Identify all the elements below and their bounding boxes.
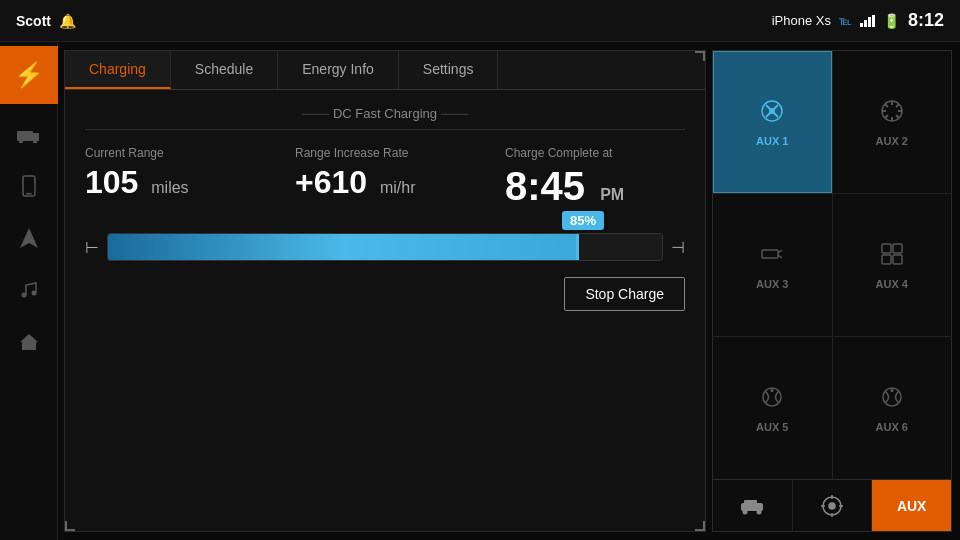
sidebar-icon-active[interactable]: ⚡ <box>0 46 58 104</box>
stop-charge-button[interactable]: Stop Charge <box>564 277 685 311</box>
bottom-nav-target[interactable] <box>793 480 872 531</box>
progress-bar <box>107 233 663 261</box>
svg-point-34 <box>743 509 748 514</box>
aux-6-label: AUX 6 <box>876 421 908 433</box>
svg-rect-21 <box>762 250 778 258</box>
sidebar-icon-home[interactable] <box>3 318 55 366</box>
stat-current-range-label: Current Range <box>85 146 265 160</box>
sidebar-icon-truck[interactable] <box>3 110 55 158</box>
svg-point-6 <box>21 293 26 298</box>
aux-cell-6[interactable]: AUX 6 <box>833 337 952 479</box>
stat-charge-complete: Charge Complete at 8:45 PM <box>505 146 685 209</box>
bell-icon: 🔔 <box>59 13 76 29</box>
bottom-nav: AUX <box>713 479 951 531</box>
svg-point-35 <box>757 509 762 514</box>
tab-schedule[interactable]: Schedule <box>171 51 278 89</box>
aux-6-icon <box>878 383 906 417</box>
svg-rect-24 <box>882 244 891 253</box>
progress-bar-fill <box>108 234 579 260</box>
status-left: Scott 🔔 <box>16 13 76 29</box>
tab-charging[interactable]: Charging <box>65 51 171 89</box>
progress-section: 85% ⊢ ⊣ <box>85 233 685 261</box>
svg-line-19 <box>896 104 899 107</box>
stat-range-rate-value: +610 mi/hr <box>295 164 475 201</box>
svg-rect-4 <box>26 193 32 195</box>
aux-cell-5[interactable]: AUX 5 <box>713 337 832 479</box>
svg-rect-33 <box>744 500 757 505</box>
expand-right-icon[interactable]: ⊣ <box>671 238 685 257</box>
svg-rect-26 <box>882 255 891 264</box>
aux-1-icon <box>758 97 786 131</box>
aux-3-label: AUX 3 <box>756 278 788 290</box>
sidebar-icon-nav[interactable] <box>3 214 55 262</box>
svg-rect-0 <box>17 131 33 141</box>
status-time: 8:12 <box>908 10 944 31</box>
status-right: iPhone Xs ℡ 🔋 8:12 <box>772 10 944 31</box>
aux-grid: AUX 1 AUX 2 <box>713 51 951 479</box>
user-name: Scott <box>16 13 51 29</box>
svg-rect-27 <box>893 255 902 264</box>
status-bar: Scott 🔔 iPhone Xs ℡ 🔋 8:12 <box>0 0 960 42</box>
expand-left-icon[interactable]: ⊢ <box>85 238 99 257</box>
main-layout: ⚡ <box>0 42 960 540</box>
phone-name: iPhone Xs <box>772 13 831 28</box>
progress-container: ⊢ ⊣ <box>85 233 685 261</box>
svg-point-41 <box>829 503 835 509</box>
tab-energy-info[interactable]: Energy Info <box>278 51 399 89</box>
aux-2-label: AUX 2 <box>876 135 908 147</box>
svg-rect-25 <box>893 244 902 253</box>
center-panel: Charging Schedule Energy Info Settings D… <box>64 50 706 532</box>
aux-4-icon <box>878 240 906 274</box>
bottom-nav-aux[interactable]: AUX <box>872 480 951 531</box>
stat-current-range: Current Range 105 miles <box>85 146 265 209</box>
svg-line-18 <box>896 115 899 118</box>
tab-settings[interactable]: Settings <box>399 51 499 89</box>
aux-4-label: AUX 4 <box>876 278 908 290</box>
battery-icon: 🔋 <box>883 13 900 29</box>
aux-2-icon <box>878 97 906 131</box>
sidebar-icon-phone[interactable] <box>3 162 55 210</box>
stat-charge-complete-label: Charge Complete at <box>505 146 685 160</box>
bluetooth-icon: ℡ <box>839 14 852 28</box>
progress-cursor <box>576 234 579 260</box>
aux-1-label: AUX 1 <box>756 135 788 147</box>
signal-icon <box>860 15 875 27</box>
progress-percent-label: 85% <box>562 211 604 230</box>
stat-range-rate: Range Increase Rate +610 mi/hr <box>295 146 475 209</box>
aux-cell-3[interactable]: AUX 3 <box>713 194 832 336</box>
right-panel: AUX 1 AUX 2 <box>712 50 952 532</box>
tabs-bar: Charging Schedule Energy Info Settings <box>65 51 705 90</box>
stats-row: Current Range 105 miles Range Increase R… <box>85 146 685 209</box>
aux-5-icon <box>758 383 786 417</box>
dc-fast-charging-title: DC Fast Charging <box>85 106 685 130</box>
aux-cell-2[interactable]: AUX 2 <box>833 51 952 193</box>
stat-charge-complete-value: 8:45 PM <box>505 164 685 209</box>
aux-5-label: AUX 5 <box>756 421 788 433</box>
stat-current-range-value: 105 miles <box>85 164 265 201</box>
sidebar-icon-music[interactable] <box>3 266 55 314</box>
bottom-actions: Stop Charge <box>85 277 685 311</box>
svg-marker-5 <box>20 228 38 248</box>
content-area: DC Fast Charging Current Range 105 miles… <box>65 90 705 531</box>
svg-line-20 <box>885 115 888 118</box>
svg-point-11 <box>769 108 775 114</box>
svg-line-17 <box>885 104 888 107</box>
left-sidebar: ⚡ <box>0 42 58 540</box>
aux-cell-4[interactable]: AUX 4 <box>833 194 952 336</box>
bottom-nav-car[interactable] <box>713 480 792 531</box>
aux-3-icon <box>758 240 786 274</box>
stat-range-rate-label: Range Increase Rate <box>295 146 475 160</box>
svg-point-7 <box>31 291 36 296</box>
aux-cell-1[interactable]: AUX 1 <box>713 51 832 193</box>
